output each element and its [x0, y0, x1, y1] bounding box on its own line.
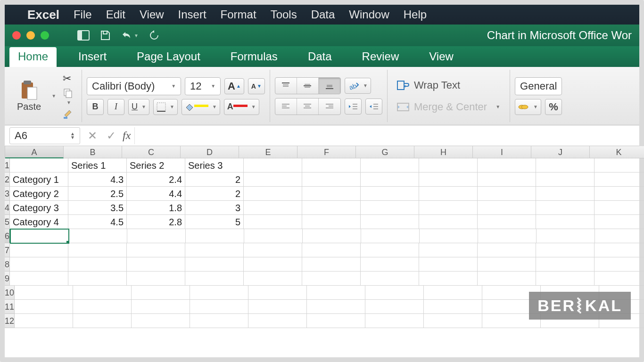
cell-J1[interactable] [536, 158, 594, 173]
col-header-B[interactable]: B [64, 146, 122, 158]
cell-E9[interactable] [244, 272, 302, 286]
cell-C5[interactable]: 2.8 [127, 215, 185, 229]
cell-E12[interactable] [248, 314, 307, 328]
cell-A3[interactable]: Category 2 [10, 187, 68, 201]
cell-A9[interactable] [10, 272, 68, 286]
cell-A12[interactable] [15, 314, 73, 328]
menu-tools[interactable]: Tools [271, 8, 297, 21]
align-top-button[interactable] [275, 78, 297, 94]
row-header-8[interactable]: 8 [5, 257, 10, 272]
cell-K8[interactable] [594, 257, 644, 272]
format-painter-icon[interactable] [63, 108, 74, 120]
number-format-select[interactable]: General [515, 77, 562, 95]
cell-K7[interactable] [594, 243, 644, 257]
redo-icon[interactable] [149, 30, 159, 41]
menu-help[interactable]: Help [404, 8, 427, 21]
tab-home[interactable]: Home [9, 47, 57, 67]
cell-A10[interactable] [15, 286, 73, 300]
cell-D1[interactable]: Series 3 [185, 158, 244, 173]
cell-F9[interactable] [302, 272, 361, 286]
underline-button[interactable]: U▼ [128, 99, 149, 115]
cell-G7[interactable] [361, 243, 419, 257]
font-name-select[interactable]: Calibri (Body)▼ [87, 77, 181, 95]
cell-I7[interactable] [478, 243, 536, 257]
currency-button[interactable]: ▼ [515, 99, 541, 115]
paste-menu-caret[interactable]: ▼ [51, 93, 56, 99]
app-name[interactable]: Excel [27, 8, 59, 22]
decrease-indent-button[interactable] [345, 99, 362, 115]
cell-H9[interactable] [419, 272, 478, 286]
shrink-font-button[interactable]: A▼ [248, 78, 265, 94]
col-header-E[interactable]: E [239, 146, 297, 158]
minimize-icon[interactable] [26, 31, 35, 40]
orientation-button[interactable]: ab▼ [345, 78, 371, 94]
cell-K9[interactable] [594, 272, 644, 286]
merge-center-button[interactable]: Merge & Center▼ [392, 98, 505, 116]
col-header-J[interactable]: J [531, 146, 590, 158]
cell-D8[interactable] [185, 257, 244, 272]
align-bottom-button[interactable] [319, 78, 340, 94]
cell-I5[interactable] [478, 215, 536, 229]
cell-A6[interactable] [10, 229, 69, 243]
copy-icon[interactable]: ▼ [63, 88, 74, 106]
cell-B12[interactable] [73, 314, 132, 328]
cell-I1[interactable] [478, 158, 536, 173]
cell-E11[interactable] [248, 300, 307, 314]
paste-icon[interactable] [20, 80, 39, 101]
close-icon[interactable] [12, 31, 21, 40]
row-header-5[interactable]: 5 [5, 215, 10, 229]
cell-C4[interactable]: 1.8 [127, 201, 185, 215]
cell-G4[interactable] [361, 201, 419, 215]
cell-B4[interactable]: 3.5 [68, 201, 127, 215]
cell-A1[interactable] [10, 158, 68, 173]
row-header-12[interactable]: 12 [5, 314, 15, 328]
col-header-F[interactable]: F [297, 146, 356, 158]
cell-C1[interactable]: Series 2 [127, 158, 185, 173]
cell-B6[interactable] [69, 229, 127, 243]
row-header-6[interactable]: 6 [5, 229, 10, 243]
cell-C7[interactable] [127, 243, 185, 257]
cell-F6[interactable] [303, 229, 361, 243]
cell-A2[interactable]: Category 1 [10, 173, 68, 187]
cell-J5[interactable] [536, 215, 594, 229]
cell-B2[interactable]: 4.3 [68, 173, 127, 187]
cell-B1[interactable]: Series 1 [68, 158, 127, 173]
increase-indent-button[interactable] [365, 99, 382, 115]
align-center-button[interactable] [297, 99, 319, 115]
formula-input[interactable] [134, 127, 639, 144]
cell-F10[interactable] [307, 286, 365, 300]
cell-C11[interactable] [132, 300, 190, 314]
undo-icon[interactable]: ▼ [121, 31, 139, 40]
row-header-2[interactable]: 2 [5, 173, 10, 187]
fill-color-button[interactable]: ▼ [182, 99, 220, 115]
tab-review[interactable]: Review [354, 47, 408, 67]
cell-D9[interactable] [185, 272, 244, 286]
save-icon[interactable] [100, 30, 110, 41]
cell-D3[interactable]: 2 [185, 187, 244, 201]
menu-window[interactable]: Window [349, 8, 389, 21]
cell-E2[interactable] [244, 173, 302, 187]
borders-button[interactable]: ▼ [153, 99, 178, 115]
cell-H1[interactable] [419, 158, 478, 173]
cell-D5[interactable]: 5 [185, 215, 244, 229]
cell-G5[interactable] [361, 215, 419, 229]
name-box[interactable]: A6 ▲▼ [9, 127, 80, 144]
menu-data[interactable]: Data [311, 8, 335, 21]
cell-G2[interactable] [361, 173, 419, 187]
tab-view[interactable]: View [421, 47, 462, 67]
align-left-button[interactable] [275, 99, 297, 115]
cell-G8[interactable] [361, 257, 419, 272]
cell-C2[interactable]: 2.4 [127, 173, 185, 187]
cell-H6[interactable] [420, 229, 478, 243]
menu-format[interactable]: Format [221, 8, 256, 21]
sidebar-toggle-icon[interactable] [77, 30, 90, 41]
cell-D4[interactable]: 3 [185, 201, 244, 215]
cell-I9[interactable] [478, 272, 536, 286]
cell-H10[interactable] [424, 286, 482, 300]
cell-B3[interactable]: 2.5 [68, 187, 127, 201]
row-header-7[interactable]: 7 [5, 243, 10, 257]
maximize-icon[interactable] [41, 31, 49, 40]
cell-F3[interactable] [302, 187, 361, 201]
cell-D2[interactable]: 2 [185, 173, 244, 187]
menu-file[interactable]: File [74, 8, 92, 21]
